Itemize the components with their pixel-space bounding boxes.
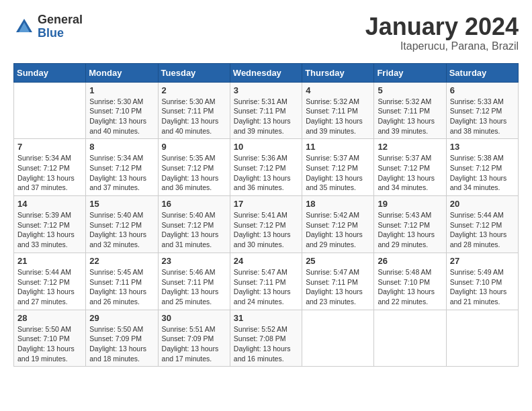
day-detail: Sunrise: 5:32 AMSunset: 7:11 PMDaylight:… (378, 97, 442, 136)
day-detail: Sunrise: 5:37 AMSunset: 7:12 PMDaylight:… (306, 153, 370, 193)
day-cell (302, 310, 374, 367)
day-detail: Sunrise: 5:34 AMSunset: 7:12 PMDaylight:… (17, 153, 82, 193)
day-cell: 15Sunrise: 5:40 AMSunset: 7:12 PMDayligh… (86, 196, 158, 253)
day-cell: 25Sunrise: 5:47 AMSunset: 7:11 PMDayligh… (302, 253, 374, 310)
day-number: 8 (89, 142, 154, 152)
header-day-wednesday: Wednesday (230, 63, 302, 82)
day-detail: Sunrise: 5:32 AMSunset: 7:11 PMDaylight:… (306, 97, 370, 136)
day-number: 21 (17, 256, 82, 266)
day-number: 2 (162, 85, 226, 95)
day-detail: Sunrise: 5:42 AMSunset: 7:12 PMDaylight:… (306, 210, 370, 250)
logo-general-text: General (38, 13, 83, 27)
day-number: 31 (234, 313, 298, 323)
day-number: 22 (89, 256, 154, 266)
day-number: 5 (378, 85, 442, 95)
day-detail: Sunrise: 5:47 AMSunset: 7:11 PMDaylight:… (306, 267, 370, 307)
header-day-saturday: Saturday (446, 63, 518, 82)
day-detail: Sunrise: 5:49 AMSunset: 7:10 PMDaylight:… (450, 267, 515, 307)
day-cell: 2Sunrise: 5:30 AMSunset: 7:11 PMDaylight… (158, 82, 230, 139)
day-detail: Sunrise: 5:39 AMSunset: 7:12 PMDaylight:… (17, 210, 82, 250)
day-detail: Sunrise: 5:36 AMSunset: 7:12 PMDaylight:… (234, 153, 298, 193)
week-row-4: 21Sunrise: 5:44 AMSunset: 7:12 PMDayligh… (14, 253, 519, 310)
day-cell: 1Sunrise: 5:30 AMSunset: 7:10 PMDaylight… (86, 82, 158, 139)
day-number: 27 (450, 256, 515, 266)
day-cell: 8Sunrise: 5:34 AMSunset: 7:12 PMDaylight… (86, 139, 158, 196)
day-cell: 21Sunrise: 5:44 AMSunset: 7:12 PMDayligh… (14, 253, 86, 310)
calendar-header: SundayMondayTuesdayWednesdayThursdayFrid… (14, 63, 519, 82)
day-cell (446, 310, 518, 367)
header-row: SundayMondayTuesdayWednesdayThursdayFrid… (14, 63, 519, 82)
day-cell: 23Sunrise: 5:46 AMSunset: 7:11 PMDayligh… (158, 253, 230, 310)
day-number: 23 (162, 256, 226, 266)
week-row-3: 14Sunrise: 5:39 AMSunset: 7:12 PMDayligh… (14, 196, 519, 253)
day-number: 16 (162, 199, 226, 209)
day-number: 13 (450, 142, 515, 152)
location: Itaperucu, Parana, Brazil (365, 40, 519, 52)
day-number: 3 (234, 85, 298, 95)
day-cell: 26Sunrise: 5:48 AMSunset: 7:10 PMDayligh… (374, 253, 446, 310)
day-cell (14, 82, 86, 139)
week-row-1: 1Sunrise: 5:30 AMSunset: 7:10 PMDaylight… (14, 82, 519, 139)
day-number: 25 (306, 256, 370, 266)
day-detail: Sunrise: 5:45 AMSunset: 7:11 PMDaylight:… (89, 267, 154, 307)
week-row-5: 28Sunrise: 5:50 AMSunset: 7:10 PMDayligh… (14, 310, 519, 367)
day-cell: 24Sunrise: 5:47 AMSunset: 7:11 PMDayligh… (230, 253, 302, 310)
day-cell: 28Sunrise: 5:50 AMSunset: 7:10 PMDayligh… (14, 310, 86, 367)
week-row-2: 7Sunrise: 5:34 AMSunset: 7:12 PMDaylight… (14, 139, 519, 196)
day-cell: 5Sunrise: 5:32 AMSunset: 7:11 PMDaylight… (374, 82, 446, 139)
day-number: 17 (234, 199, 298, 209)
day-detail: Sunrise: 5:44 AMSunset: 7:12 PMDaylight:… (450, 210, 515, 250)
day-cell: 4Sunrise: 5:32 AMSunset: 7:11 PMDaylight… (302, 82, 374, 139)
day-number: 10 (234, 142, 298, 152)
calendar-body: 1Sunrise: 5:30 AMSunset: 7:10 PMDaylight… (14, 82, 519, 367)
day-detail: Sunrise: 5:43 AMSunset: 7:12 PMDaylight:… (378, 210, 442, 250)
day-number: 12 (378, 142, 442, 152)
day-cell: 12Sunrise: 5:37 AMSunset: 7:12 PMDayligh… (374, 139, 446, 196)
day-cell: 11Sunrise: 5:37 AMSunset: 7:12 PMDayligh… (302, 139, 374, 196)
day-detail: Sunrise: 5:30 AMSunset: 7:10 PMDaylight:… (89, 97, 154, 136)
day-cell (374, 310, 446, 367)
day-number: 20 (450, 199, 515, 209)
header-day-tuesday: Tuesday (158, 63, 230, 82)
day-cell: 20Sunrise: 5:44 AMSunset: 7:12 PMDayligh… (446, 196, 518, 253)
day-detail: Sunrise: 5:31 AMSunset: 7:11 PMDaylight:… (234, 97, 298, 136)
day-detail: Sunrise: 5:40 AMSunset: 7:12 PMDaylight:… (89, 210, 154, 250)
day-detail: Sunrise: 5:50 AMSunset: 7:09 PMDaylight:… (89, 324, 154, 364)
day-detail: Sunrise: 5:51 AMSunset: 7:09 PMDaylight:… (162, 324, 226, 364)
month-title: January 2024 (365, 13, 519, 40)
calendar-table: SundayMondayTuesdayWednesdayThursdayFrid… (13, 63, 519, 367)
day-number: 19 (378, 199, 442, 209)
header-day-friday: Friday (374, 63, 446, 82)
day-cell: 18Sunrise: 5:42 AMSunset: 7:12 PMDayligh… (302, 196, 374, 253)
day-detail: Sunrise: 5:38 AMSunset: 7:12 PMDaylight:… (450, 153, 515, 193)
day-detail: Sunrise: 5:37 AMSunset: 7:12 PMDaylight:… (378, 153, 442, 193)
day-detail: Sunrise: 5:34 AMSunset: 7:12 PMDaylight:… (89, 153, 154, 193)
day-number: 15 (89, 199, 154, 209)
day-detail: Sunrise: 5:40 AMSunset: 7:12 PMDaylight:… (162, 210, 226, 250)
day-detail: Sunrise: 5:48 AMSunset: 7:10 PMDaylight:… (378, 267, 442, 307)
day-detail: Sunrise: 5:33 AMSunset: 7:12 PMDaylight:… (450, 97, 515, 136)
logo-icon (13, 16, 35, 38)
day-number: 1 (89, 85, 154, 95)
day-cell: 14Sunrise: 5:39 AMSunset: 7:12 PMDayligh… (14, 196, 86, 253)
day-number: 30 (162, 313, 226, 323)
day-number: 26 (378, 256, 442, 266)
title-block: January 2024 Itaperucu, Parana, Brazil (365, 13, 519, 52)
day-number: 9 (162, 142, 226, 152)
logo-blue-text: Blue (38, 27, 83, 40)
day-detail: Sunrise: 5:35 AMSunset: 7:12 PMDaylight:… (162, 153, 226, 193)
day-cell: 16Sunrise: 5:40 AMSunset: 7:12 PMDayligh… (158, 196, 230, 253)
logo: General Blue (13, 13, 83, 40)
header-day-sunday: Sunday (14, 63, 86, 82)
logo-text: General Blue (38, 13, 83, 40)
day-detail: Sunrise: 5:44 AMSunset: 7:12 PMDaylight:… (17, 267, 82, 307)
day-cell: 6Sunrise: 5:33 AMSunset: 7:12 PMDaylight… (446, 82, 518, 139)
day-detail: Sunrise: 5:50 AMSunset: 7:10 PMDaylight:… (17, 324, 82, 364)
day-cell: 10Sunrise: 5:36 AMSunset: 7:12 PMDayligh… (230, 139, 302, 196)
day-cell: 22Sunrise: 5:45 AMSunset: 7:11 PMDayligh… (86, 253, 158, 310)
day-detail: Sunrise: 5:30 AMSunset: 7:11 PMDaylight:… (162, 97, 226, 136)
day-cell: 3Sunrise: 5:31 AMSunset: 7:11 PMDaylight… (230, 82, 302, 139)
day-cell: 7Sunrise: 5:34 AMSunset: 7:12 PMDaylight… (14, 139, 86, 196)
day-cell: 30Sunrise: 5:51 AMSunset: 7:09 PMDayligh… (158, 310, 230, 367)
day-detail: Sunrise: 5:46 AMSunset: 7:11 PMDaylight:… (162, 267, 226, 307)
